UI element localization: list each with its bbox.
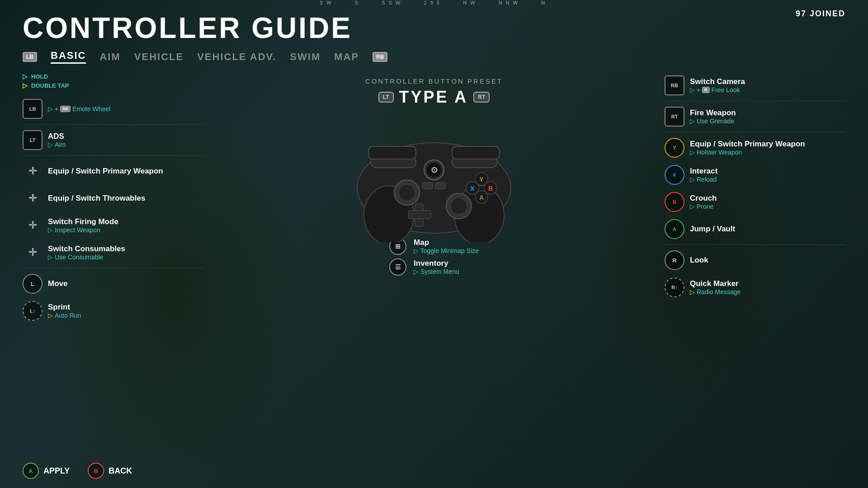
rb-control: RB Switch Camera ▷ + R Free Look <box>665 73 845 98</box>
dpad-up-control: ✛ Equip / Switch Primary Weapon <box>23 159 203 184</box>
tab-bar: LB BASIC AIM VEHICLE VEHICLE ADV. SWIM M… <box>23 50 845 64</box>
inventory-labels: Inventory ▷ System Menu <box>414 259 459 275</box>
rstick-push-labels: Quick Marker ▷ Radio Message <box>690 279 741 296</box>
rt-hold-icon: ▷ <box>690 117 695 125</box>
svg-rect-6 <box>452 146 500 159</box>
menu-btn-icon: ☰ <box>389 258 406 276</box>
svg-text:X: X <box>470 185 475 192</box>
dpad-right-main: Equip / Switch Throwables <box>48 194 145 203</box>
dpad-up-icon: ✛ <box>23 161 42 181</box>
lt-btn-icon: LT <box>23 130 42 150</box>
apply-footer-btn[interactable]: A APPLY <box>23 463 70 479</box>
lb-button: LB <box>23 52 37 62</box>
lb-emote-label: Emote Wheel <box>72 105 110 113</box>
tab-map[interactable]: MAP <box>334 51 359 63</box>
inventory-hold: ▷ System Menu <box>414 268 459 275</box>
a-btn-icon: A <box>665 219 684 239</box>
x-hold: ▷ Reload <box>690 176 717 183</box>
dpad-left-main: Switch Consumables <box>48 244 125 253</box>
svg-text:A: A <box>479 194 484 201</box>
main-content: ▷ HOLD ▷ DOUBLE TAP LB ▷ + RB Emo <box>0 73 868 488</box>
hold-icon: ▷ <box>23 73 28 80</box>
lstick-push-labels: Sprint ▷ Auto Run <box>48 303 81 319</box>
lstick-push-main: Sprint <box>48 303 81 312</box>
dpad-left-control: ✛ Switch Consumables ▷ Use Consumable <box>23 240 203 265</box>
rstick-push-main: Quick Marker <box>690 279 741 288</box>
double-tap-label: DOUBLE TAP <box>31 82 69 89</box>
rb-hold: ▷ + R Free Look <box>690 86 745 94</box>
rstick-push-control: R↑ Quick Marker ▷ Radio Message <box>665 275 845 300</box>
dpad-down-hold: ▷ Inspect Weapon <box>48 226 118 234</box>
lt-main-label: ADS <box>48 132 66 141</box>
preset-label: CONTROLLER BUTTON PRESET <box>365 77 503 85</box>
x-main: Interact <box>690 167 717 176</box>
rb-labels: Switch Camera ▷ + R Free Look <box>690 77 745 94</box>
legend: ▷ HOLD ▷ DOUBLE TAP <box>23 73 203 89</box>
x-hold-icon: ▷ <box>690 176 695 183</box>
svg-rect-15 <box>408 211 431 219</box>
dpad-left-icon: ✛ <box>23 243 42 263</box>
lstick-icon: L <box>23 274 42 294</box>
rb-button: RB <box>373 52 387 62</box>
back-footer-btn[interactable]: B BACK <box>88 463 132 479</box>
map-hold: ▷ Toggle Minimap Size <box>414 247 479 254</box>
svg-text:⊙: ⊙ <box>431 165 438 174</box>
tab-swim[interactable]: SWIM <box>290 51 321 63</box>
lt-aim-text: Aim <box>55 141 66 148</box>
preset-name: TYPE A <box>399 88 468 107</box>
svg-point-13 <box>451 198 467 214</box>
b-btn-icon: B <box>665 192 684 212</box>
svg-text:Y: Y <box>479 176 484 183</box>
tab-basic[interactable]: BASIC <box>51 50 86 64</box>
y-main: Equip / Switch Primary Weapon <box>690 140 805 149</box>
rt-hold: ▷ Use Grenade <box>690 117 736 125</box>
page-title: CONTROLLER GUIDE <box>23 14 845 42</box>
rt-main: Fire Weapon <box>690 108 736 117</box>
lstick-push-hold-text: Auto Run <box>55 312 81 319</box>
dpad-down-hold-text: Inspect Weapon <box>55 226 100 234</box>
rt-hold-text: Use Grenade <box>697 117 734 125</box>
tab-vehicle-adv[interactable]: VEHICLE ADV. <box>197 51 276 63</box>
lb-combo: ▷ + RB Emote Wheel <box>48 105 110 113</box>
inventory-main: Inventory <box>414 259 459 268</box>
y-labels: Equip / Switch Primary Weapon ▷ Holster … <box>690 140 805 156</box>
b-hold: ▷ Prone <box>690 203 717 210</box>
header: CONTROLLER GUIDE LB BASIC AIM VEHICLE VE… <box>0 0 868 73</box>
dpad-left-labels: Switch Consumables ▷ Use Consumable <box>48 244 125 261</box>
inventory-control-row: ☰ Inventory ▷ System Menu <box>389 258 479 276</box>
lstick-main: Move <box>48 279 67 288</box>
compass: SW S SSW 295 NW NNW N <box>320 0 548 5</box>
rt-btn-icon: RT <box>665 107 684 127</box>
legend-double-tap: ▷ DOUBLE TAP <box>23 82 203 89</box>
svg-rect-5 <box>368 146 416 159</box>
y-hold: ▷ Holster Weapon <box>690 149 805 156</box>
tab-vehicle[interactable]: VEHICLE <box>134 51 184 63</box>
y-btn-icon: Y <box>665 138 684 158</box>
rstick-labels: Look <box>690 256 708 265</box>
lb-plus-icon: ▷ + <box>48 105 58 113</box>
lstick-push-icon: L↑ <box>23 301 42 321</box>
tab-aim[interactable]: AIM <box>99 51 120 63</box>
rt-control: RT Fire Weapon ▷ Use Grenade <box>665 104 845 129</box>
lstick-push-hold: ▷ Auto Run <box>48 312 81 319</box>
dpad-down-icon2: ▷ <box>48 226 53 234</box>
y-hold-text: Holster Weapon <box>697 149 742 156</box>
legend-hold: ▷ HOLD <box>23 73 203 80</box>
dpad-down-icon: ✛ <box>23 216 42 235</box>
rstick-main: Look <box>690 256 708 265</box>
dpad-right-control: ✛ Equip / Switch Throwables <box>23 186 203 211</box>
lt-aim-icon: ▷ <box>48 141 53 148</box>
dpad-left-hold-text: Use Consumable <box>55 253 103 261</box>
x-hold-text: Reload <box>697 176 717 183</box>
rb-main: Switch Camera <box>690 77 745 86</box>
lt-control: LT ADS ▷ Aim <box>23 127 203 153</box>
joined-badge: 97 JOINED <box>796 9 845 19</box>
a-main: Jump / Vault <box>690 225 735 234</box>
rstick-control: R Look <box>665 248 845 273</box>
controller-svg: ⊙ Y X <box>344 116 524 242</box>
lt-hold-label: ▷ Aim <box>48 141 66 148</box>
dpad-left-icon2: ▷ <box>48 253 53 261</box>
rt-trigger-label: RT <box>473 92 490 103</box>
center-panel: CONTROLLER BUTTON PRESET LT TYPE A RT <box>212 73 656 488</box>
dpad-down-control: ✛ Switch Firing Mode ▷ Inspect Weapon <box>23 213 203 238</box>
